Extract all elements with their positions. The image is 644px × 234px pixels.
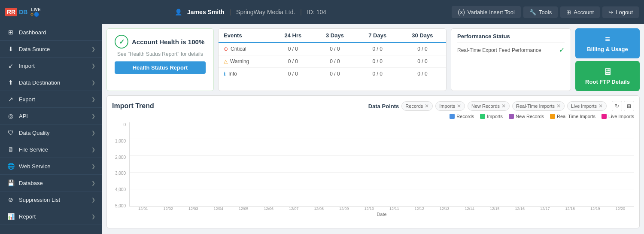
sidebar-item-database[interactable]: 💾 Database ❯ — [0, 175, 102, 191]
tools-button[interactable]: 🔧 Tools — [523, 6, 558, 18]
events-table: Events 24 Hrs 3 Days 7 Days 30 Days ⊙ Cr… — [219, 29, 446, 80]
legend-color-live — [601, 114, 607, 119]
variable-insert-tool-button[interactable]: (x) Variable Insert Tool — [452, 6, 520, 18]
company-name: SpringWay Media Ltd. — [236, 9, 295, 15]
events-col-3days: 3 Days — [313, 29, 356, 43]
sidebar-item-dashboard[interactable]: ⊞ Dashboard — [0, 24, 102, 41]
x-label: 12/08 — [307, 207, 331, 211]
events-col-7days: 7 Days — [356, 29, 399, 43]
filter-remove-imports[interactable]: ✕ — [457, 103, 461, 109]
sidebar-item-file-service[interactable]: 🖥 File Service ❯ — [0, 141, 102, 158]
logout-button[interactable]: ↪ Logout — [602, 6, 639, 18]
x-labels: 12/0112/0212/0312/0412/0512/0612/0712/08… — [129, 207, 634, 211]
account-button[interactable]: ⊞ Account — [560, 6, 600, 18]
x-label: 12/04 — [207, 207, 231, 211]
bars-container — [129, 122, 634, 207]
filter-new-records[interactable]: New Records ✕ — [468, 101, 510, 111]
sidebar-item-report[interactable]: 📊 Report ❯ — [0, 208, 102, 225]
sidebar-item-web-service[interactable]: 🌐 Web Service ❯ — [0, 158, 102, 175]
action-buttons: ≡ Billing & Usage 🖥 Root FTP Details — [575, 28, 640, 91]
x-label: 12/06 — [257, 207, 281, 211]
warning-icon: △ — [224, 58, 228, 64]
data-destination-icon: ⬆ — [7, 79, 15, 86]
logo-live: LIVE — [31, 7, 40, 12]
logo: RR DB LIVE ⚙🔵 — [5, 7, 41, 17]
chart-header: Import Trend Data Points Records ✕ Impor… — [112, 101, 634, 111]
health-status-report-button[interactable]: Health Status Report — [115, 61, 206, 74]
x-label: 12/20 — [608, 207, 633, 211]
export-icon: ↗ — [7, 96, 15, 103]
events-col-24hrs: 24 Hrs — [272, 29, 313, 43]
health-title: Account Health is 100% — [132, 38, 204, 46]
x-label: 12/12 — [407, 207, 432, 211]
x-label: 12/03 — [181, 207, 206, 211]
x-label: 12/19 — [583, 207, 608, 211]
billing-usage-button[interactable]: ≡ Billing & Usage — [575, 28, 640, 58]
chart-filters: Data Points Records ✕ Imports ✕ New Reco… — [368, 101, 634, 111]
sidebar: ⊞ Dashboard ⬇ Data Source ❯ ↙ Import ❯ ⬆… — [0, 24, 102, 234]
header-right: (x) Variable Insert Tool 🔧 Tools ⊞ Accou… — [452, 6, 639, 18]
suppression-icon: ⊘ — [7, 196, 15, 203]
legend-color-realtime — [550, 114, 555, 119]
database-icon: 💾 — [7, 179, 15, 186]
layout: ⊞ Dashboard ⬇ Data Source ❯ ↙ Import ❯ ⬆… — [0, 24, 644, 234]
x-label: 12/16 — [508, 207, 532, 211]
filter-realtime-imports[interactable]: Real-Time Imports ✕ — [512, 101, 565, 111]
user-name: James Smith — [187, 9, 224, 15]
import-icon: ↙ — [7, 62, 15, 69]
legend-realtime-imports: Real-Time Imports — [550, 114, 595, 119]
expand-chart-button[interactable]: ⊞ — [624, 101, 634, 111]
performance-card: Performance Status Real-Time Export Feed… — [451, 28, 571, 91]
chevron-right-icon: ❯ — [91, 197, 95, 203]
critical-icon: ⊙ — [224, 46, 228, 52]
events-card: Events 24 Hrs 3 Days 7 Days 30 Days ⊙ Cr… — [218, 28, 447, 91]
account-icon: ⊞ — [566, 9, 571, 15]
sidebar-item-data-destination[interactable]: ⬆ Data Destination ❯ — [0, 74, 102, 91]
chevron-right-icon: ❯ — [91, 113, 95, 119]
performance-row: Real-Time Export Feed Performance ✓ — [457, 46, 565, 54]
logout-icon: ↪ — [608, 9, 613, 15]
performance-title: Performance Status — [457, 33, 565, 43]
root-ftp-button[interactable]: 🖥 Root FTP Details — [575, 61, 640, 91]
sidebar-item-api[interactable]: ◎ API ❯ — [0, 108, 102, 125]
chart-area: 12/0112/0212/0312/0412/0512/0612/0712/08… — [129, 122, 634, 217]
api-icon: ◎ — [7, 112, 15, 119]
filter-records[interactable]: Records ✕ — [401, 101, 433, 111]
logo-db: DB — [19, 9, 27, 15]
table-row: ⊙ Critical 0 / 0 0 / 0 0 / 0 0 / 0 — [219, 43, 446, 55]
filter-remove-realtime[interactable]: ✕ — [556, 103, 561, 109]
x-label: 12/05 — [231, 207, 256, 211]
events-col-30days: 30 Days — [399, 29, 446, 43]
sidebar-item-data-quality[interactable]: 🛡 Data Quality ❯ — [0, 125, 102, 141]
x-label: 12/07 — [282, 207, 306, 211]
chevron-right-icon: ❯ — [91, 63, 95, 69]
health-subtitle: See "Health Status Report" for details — [115, 51, 206, 57]
filter-imports[interactable]: Imports ✕ — [435, 101, 465, 111]
filter-remove-live[interactable]: ✕ — [598, 103, 603, 109]
chevron-right-icon: ❯ — [91, 180, 95, 186]
sidebar-item-export[interactable]: ↗ Export ❯ — [0, 91, 102, 108]
x-label: 12/18 — [558, 207, 583, 211]
filter-remove-new-records[interactable]: ✕ — [501, 103, 506, 109]
chevron-right-icon: ❯ — [91, 214, 95, 219]
health-check-icon: ✓ — [115, 35, 128, 49]
x-label: 12/15 — [483, 207, 507, 211]
legend-color-imports — [480, 114, 485, 119]
account-id: ID: 104 — [307, 9, 326, 15]
filter-remove-records[interactable]: ✕ — [425, 103, 429, 109]
legend-color-records — [450, 114, 455, 119]
x-label: 12/13 — [432, 207, 457, 211]
chevron-right-icon: ❯ — [91, 164, 95, 169]
variable-icon: (x) — [458, 9, 465, 15]
chart-legend: Records Imports New Records Real-Time Im… — [112, 114, 634, 119]
performance-item: Real-Time Export Feed Performance — [457, 47, 541, 53]
legend-imports: Imports — [480, 114, 503, 119]
filter-live-imports[interactable]: Live Imports ✕ — [567, 101, 607, 111]
sidebar-item-data-source[interactable]: ⬇ Data Source ❯ — [0, 41, 102, 58]
refresh-chart-button[interactable]: ↻ — [612, 101, 622, 111]
sidebar-item-suppression-list[interactable]: ⊘ Suppression List ❯ — [0, 191, 102, 208]
tools-icon: 🔧 — [529, 9, 536, 15]
chevron-right-icon: ❯ — [91, 147, 95, 152]
main-content: ✓ Account Health is 100% See "Health Sta… — [102, 24, 644, 234]
sidebar-item-import[interactable]: ↙ Import ❯ — [0, 58, 102, 74]
